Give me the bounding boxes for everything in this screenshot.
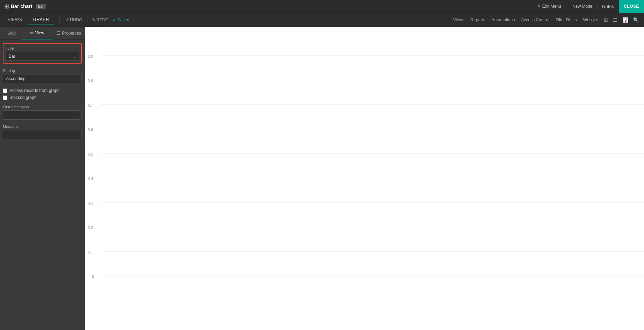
y-label-05: 0.5 bbox=[88, 152, 93, 156]
y-label-01: 0.1 bbox=[88, 250, 93, 254]
new-model-button[interactable]: + New Model bbox=[565, 2, 597, 10]
access-control-link[interactable]: Access Control bbox=[518, 16, 552, 24]
layout-list-icon[interactable]: ☰ bbox=[611, 16, 620, 24]
first-dimension-group: First dimension bbox=[3, 105, 82, 120]
view-tab-icon: ▭ bbox=[30, 30, 34, 35]
automations-link[interactable]: Automations bbox=[489, 16, 518, 24]
toolbar: VIEWS GRAPH ↺ UNDO | ↻ REDO ✓ Saved View… bbox=[0, 13, 644, 27]
access-records-checkbox-row[interactable]: Access records from graph bbox=[3, 88, 82, 93]
properties-tab[interactable]: ☰ Properties bbox=[53, 27, 85, 40]
access-records-label: Access records from graph bbox=[9, 88, 59, 93]
y-label-03: 0.3 bbox=[88, 201, 93, 205]
add-button[interactable]: + Add bbox=[0, 27, 21, 40]
first-dimension-select-wrapper bbox=[3, 110, 82, 120]
type-select[interactable]: Bar Line Pie bbox=[6, 52, 79, 61]
view-tab[interactable]: ▭ View bbox=[21, 27, 53, 40]
stacked-graph-checkbox-row[interactable]: Stacked graph bbox=[3, 95, 82, 100]
top-actions: ✎ Edit Menu + New Model Notes CLOSE bbox=[534, 0, 644, 13]
y-label-0: 0 bbox=[92, 274, 94, 279]
sorting-label: Sorting bbox=[3, 69, 82, 73]
sorting-select-wrapper: Ascending Descending bbox=[3, 74, 82, 83]
checkboxes-group: Access records from graph Stacked graph bbox=[3, 88, 82, 100]
sidebar-content: Type Bar Line Pie Sorting Ascending Desc… bbox=[0, 40, 85, 148]
measure-label: Measure bbox=[3, 124, 82, 129]
y-label-09: 0.9 bbox=[88, 54, 93, 58]
y-label-04: 0.4 bbox=[88, 177, 93, 181]
redo-icon: ↻ bbox=[92, 17, 95, 22]
sorting-group: Sorting Ascending Descending bbox=[3, 69, 82, 83]
chart-area: 1 0.9 0.8 0.7 0.6 0.5 0.4 0.3 0.2 bbox=[85, 27, 644, 330]
nav-tabs: VIEWS GRAPH bbox=[3, 15, 54, 24]
views-tab[interactable]: VIEWS bbox=[3, 15, 27, 24]
y-label-08: 0.8 bbox=[88, 79, 93, 83]
right-actions: Views Reports Automations Access Control… bbox=[450, 16, 641, 24]
properties-tab-icon: ☰ bbox=[56, 31, 60, 36]
layout-grid-icon[interactable]: ⊞ bbox=[602, 16, 610, 24]
main-layout: + Add ▭ View ☰ Properties Type Bar Line … bbox=[0, 27, 644, 330]
sorting-select[interactable]: Ascending Descending bbox=[3, 74, 82, 83]
undo-icon: ↺ bbox=[65, 17, 69, 22]
type-label: Type bbox=[6, 46, 79, 50]
y-label-1: 1 bbox=[92, 30, 94, 34]
chart-svg: 1 0.9 0.8 0.7 0.6 0.5 0.4 0.3 0.2 bbox=[85, 27, 644, 330]
undo-redo-group: ↺ UNDO | ↻ REDO bbox=[63, 16, 111, 24]
notes-button[interactable]: Notes bbox=[598, 2, 618, 11]
toolbar-divider bbox=[59, 16, 60, 23]
filter-rules-link[interactable]: Filter Rules bbox=[553, 16, 580, 24]
sidebar-tab-group: + Add ▭ View ☰ Properties bbox=[0, 27, 85, 40]
y-label-06: 0.6 bbox=[88, 128, 93, 132]
redo-button[interactable]: ↻ REDO bbox=[89, 16, 112, 24]
type-select-wrapper: Bar Line Pie bbox=[6, 52, 79, 61]
y-label-07: 0.7 bbox=[88, 103, 93, 107]
app-title: Bar chart bbox=[11, 3, 32, 9]
reports-link[interactable]: Reports bbox=[468, 16, 488, 24]
type-group: Type Bar Line Pie bbox=[3, 43, 82, 64]
app-icon: ⊞ Bar chart bar bbox=[0, 3, 50, 10]
first-dimension-select[interactable] bbox=[3, 110, 82, 120]
measure-group: Measure bbox=[3, 124, 82, 139]
search-icon[interactable]: 🔍 bbox=[631, 16, 641, 24]
chart-icon[interactable]: 📊 bbox=[620, 16, 630, 24]
stacked-graph-label: Stacked graph bbox=[9, 95, 36, 100]
website-link[interactable]: Website bbox=[580, 16, 601, 24]
measure-select[interactable] bbox=[3, 130, 82, 139]
first-dimension-label: First dimension bbox=[3, 105, 82, 109]
edit-menu-button[interactable]: ✎ Edit Menu bbox=[534, 2, 564, 10]
close-button[interactable]: CLOSE bbox=[619, 0, 644, 13]
topbar: ⊞ Bar chart bar ✎ Edit Menu + New Model … bbox=[0, 0, 644, 13]
saved-status: ✓ Saved bbox=[113, 17, 129, 22]
grid-icon: ⊞ bbox=[4, 3, 9, 10]
views-link[interactable]: Views bbox=[450, 16, 467, 24]
graph-tab[interactable]: GRAPH bbox=[28, 15, 54, 24]
measure-select-wrapper bbox=[3, 130, 82, 139]
app-tag: bar bbox=[36, 4, 46, 9]
sidebar: + Add ▭ View ☰ Properties Type Bar Line … bbox=[0, 27, 85, 330]
undo-button[interactable]: ↺ UNDO bbox=[63, 16, 85, 24]
access-records-checkbox[interactable] bbox=[3, 88, 7, 93]
stacked-graph-checkbox[interactable] bbox=[3, 95, 7, 100]
y-label-02: 0.2 bbox=[88, 225, 93, 230]
